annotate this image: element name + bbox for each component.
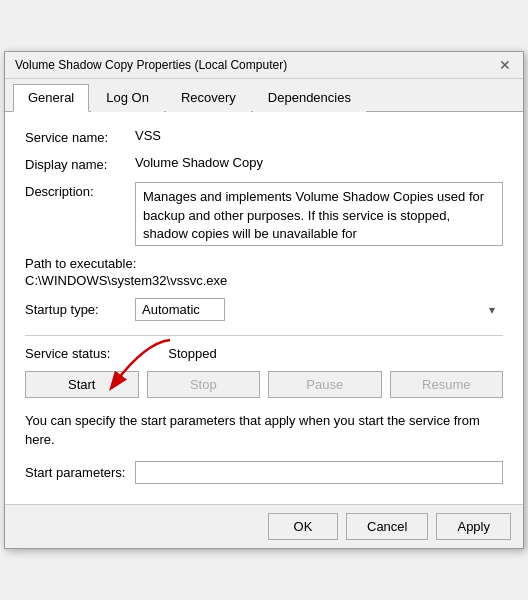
tab-dependencies[interactable]: Dependencies [253, 84, 366, 112]
service-status-value: Stopped [168, 346, 216, 361]
title-bar: Volume Shadow Copy Properties (Local Com… [5, 52, 523, 79]
resume-button[interactable]: Resume [390, 371, 504, 398]
startup-row: Startup type: Automatic Manual Disabled [25, 298, 503, 321]
start-params-label: Start parameters: [25, 465, 135, 480]
service-status-label: Service status: [25, 346, 110, 361]
service-name-row: Service name: VSS [25, 128, 503, 145]
startup-select[interactable]: Automatic Manual Disabled [135, 298, 225, 321]
description-box[interactable]: Manages and implements Volume Shadow Cop… [135, 182, 503, 246]
path-label: Path to executable: [25, 256, 503, 271]
divider-1 [25, 335, 503, 336]
dialog-footer: OK Cancel Apply [5, 504, 523, 548]
display-name-row: Display name: Volume Shadow Copy [25, 155, 503, 172]
tab-recovery[interactable]: Recovery [166, 84, 251, 112]
path-value: C:\WINDOWS\system32\vssvc.exe [25, 273, 503, 288]
start-button[interactable]: Start [25, 371, 139, 398]
start-params-input[interactable] [135, 461, 503, 484]
description-row: Description: Manages and implements Volu… [25, 182, 503, 246]
startup-label: Startup type: [25, 302, 135, 317]
tab-content: Service name: VSS Display name: Volume S… [5, 112, 523, 503]
tab-logon[interactable]: Log On [91, 84, 164, 112]
tab-bar: General Log On Recovery Dependencies [5, 79, 523, 112]
cancel-button[interactable]: Cancel [346, 513, 428, 540]
display-name-label: Display name: [25, 155, 135, 172]
display-name-value: Volume Shadow Copy [135, 155, 503, 170]
service-status-area: Service status: Stopped [25, 346, 503, 361]
pause-button[interactable]: Pause [268, 371, 382, 398]
dialog-window: Volume Shadow Copy Properties (Local Com… [4, 51, 524, 548]
tab-general[interactable]: General [13, 84, 89, 112]
startup-select-wrapper: Automatic Manual Disabled [135, 298, 503, 321]
stop-button[interactable]: Stop [147, 371, 261, 398]
service-name-label: Service name: [25, 128, 135, 145]
close-button[interactable]: ✕ [497, 58, 513, 72]
ok-button[interactable]: OK [268, 513, 338, 540]
start-params-row: Start parameters: [25, 461, 503, 484]
hint-text: You can specify the start parameters tha… [25, 412, 503, 448]
description-label: Description: [25, 182, 135, 199]
apply-button[interactable]: Apply [436, 513, 511, 540]
service-controls: Start Stop Pause Resume [25, 371, 503, 398]
service-name-value: VSS [135, 128, 503, 143]
path-section: Path to executable: C:\WINDOWS\system32\… [25, 256, 503, 288]
window-title: Volume Shadow Copy Properties (Local Com… [15, 58, 287, 72]
